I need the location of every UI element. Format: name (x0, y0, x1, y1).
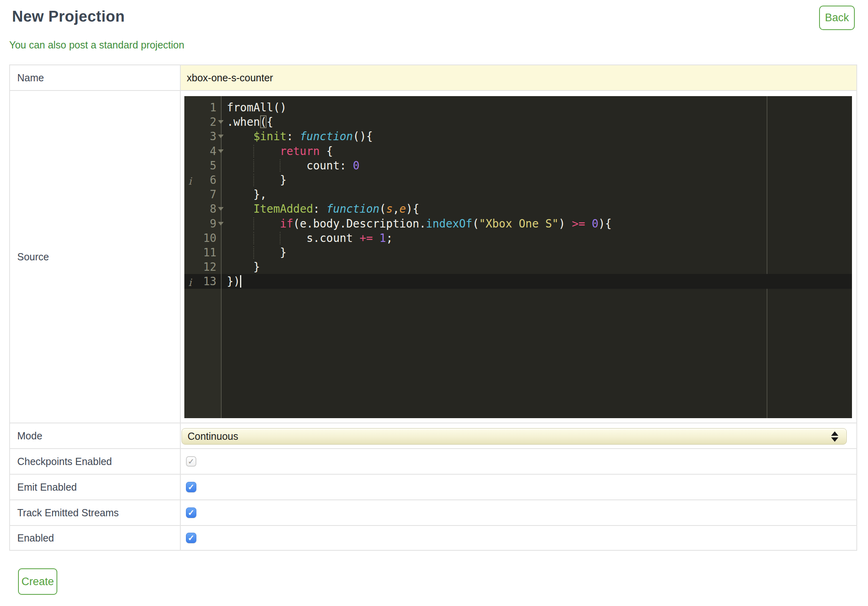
code-line: } (227, 260, 260, 274)
mode-select-value: Continuous (188, 431, 238, 442)
gutter-line-number: 10 (184, 231, 216, 245)
gutter-line-number: 1 (184, 100, 216, 115)
source-row: Source 1fromAll()2.when({3 $init: functi… (10, 90, 856, 423)
gutter-info-icon: i (188, 276, 192, 290)
code-line: } (227, 173, 287, 187)
code-line: ItemAdded: function(s,e){ (227, 201, 419, 216)
emit-label: Emit Enabled (10, 475, 181, 499)
track-label: Track Emitted Streams (10, 500, 181, 525)
code-line: fromAll() (227, 100, 287, 115)
gutter-line-number: 12 (184, 260, 216, 274)
editor-gutter-divider (221, 96, 222, 418)
select-arrows-icon (831, 431, 838, 442)
standard-projection-link[interactable]: You can also post a standard projection (9, 39, 184, 51)
track-checkbox[interactable]: ✓ (186, 507, 196, 518)
text-cursor (240, 275, 241, 288)
enabled-checkbox[interactable]: ✓ (186, 533, 196, 543)
name-row: Name xbox-one-s-counter (10, 65, 856, 90)
mode-select[interactable]: Continuous (182, 428, 847, 445)
editor-active-line (184, 274, 852, 289)
checkpoints-checkbox: ✓ (186, 456, 196, 467)
gutter-line-number: 4 (184, 144, 216, 158)
checkpoints-row: Checkpoints Enabled ✓ (10, 448, 856, 474)
gutter-info-icon: i (188, 174, 192, 189)
gutter-line-number: 5 (184, 158, 216, 173)
source-code-editor[interactable]: 1fromAll()2.when({3 $init: function(){4 … (184, 96, 852, 418)
page-header: New Projection Back (0, 0, 868, 28)
gutter-line-number: 8 (184, 201, 216, 216)
gutter-line-number: 9 (184, 216, 216, 231)
name-label: Name (10, 65, 181, 90)
code-line: s.count += 1; (227, 231, 393, 245)
code-line: if(e.body.Description.indexOf("Xbox One … (227, 216, 612, 231)
source-label: Source (10, 91, 181, 423)
fold-arrow-icon[interactable] (218, 222, 224, 225)
fold-arrow-icon[interactable] (218, 135, 224, 138)
enabled-row: Enabled ✓ (10, 525, 856, 550)
emit-checkbox[interactable]: ✓ (186, 482, 196, 492)
page-title: New Projection (12, 8, 855, 25)
gutter-line-number: 11 (184, 245, 216, 260)
code-line: count: 0 (227, 158, 359, 173)
fold-arrow-icon[interactable] (218, 120, 224, 124)
track-row: Track Emitted Streams ✓ (10, 499, 856, 525)
gutter-line-number: 7 (184, 187, 216, 201)
code-line: .when({ (227, 115, 273, 129)
emit-row: Emit Enabled ✓ (10, 474, 856, 499)
mode-row: Mode Continuous (10, 423, 856, 448)
back-button[interactable]: Back (819, 6, 855, 30)
gutter-line-number: 2 (184, 115, 216, 129)
code-line: }) (227, 274, 240, 288)
name-input[interactable]: xbox-one-s-counter (181, 65, 856, 90)
projection-form: Name xbox-one-s-counter Source 1fromAll(… (9, 64, 857, 551)
code-line: }, (227, 187, 266, 201)
editor-ruler (767, 96, 767, 418)
enabled-label: Enabled (10, 526, 181, 550)
gutter-line-number: 3 (184, 129, 216, 143)
code-line: return { (227, 144, 333, 158)
mode-label: Mode (10, 423, 181, 448)
create-button[interactable]: Create (18, 568, 57, 595)
code-line: $init: function(){ (227, 129, 373, 143)
checkpoints-label: Checkpoints Enabled (10, 449, 181, 474)
code-line: } (227, 245, 287, 260)
fold-arrow-icon[interactable] (218, 149, 224, 153)
fold-arrow-icon[interactable] (218, 207, 224, 211)
